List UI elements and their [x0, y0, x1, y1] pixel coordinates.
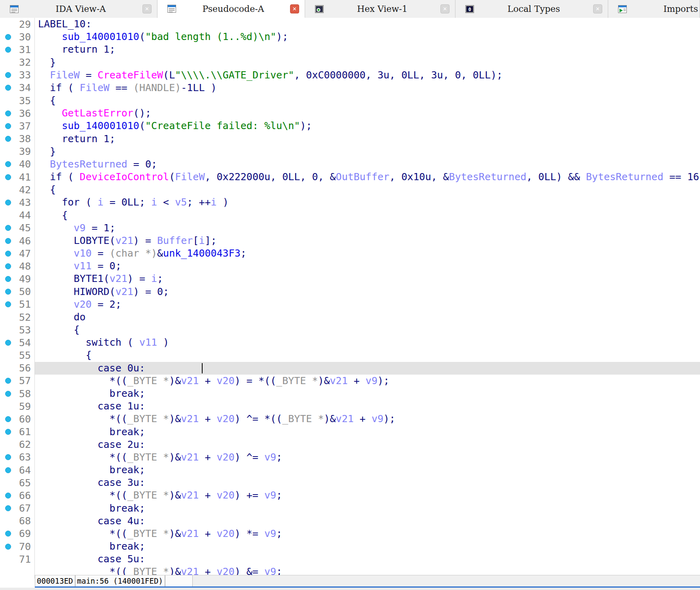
code-line-46[interactable]: 46 LOBYTE(v21) = Buffer[i]; [0, 234, 700, 247]
code-text[interactable]: v10 = (char *)&unk_1400043F3; [34, 247, 700, 260]
code-text[interactable]: } [34, 56, 700, 69]
code-line-39[interactable]: 39 } [0, 145, 700, 158]
code-text[interactable]: BYTE1(v21) = i; [34, 272, 700, 285]
breakpoint-dot-icon[interactable] [5, 340, 11, 346]
code-text[interactable]: { [34, 324, 700, 336]
code-line-40[interactable]: 40 BytesReturned = 0; [0, 158, 700, 171]
code-text[interactable]: *((_BYTE *)&v21 + v20) = *((_BYTE *)&v21… [34, 375, 700, 387]
code-text[interactable]: case 1u: [34, 400, 700, 413]
breakpoint-gutter[interactable] [0, 94, 16, 107]
code-text[interactable]: break; [34, 387, 700, 400]
breakpoint-gutter[interactable] [0, 69, 16, 82]
breakpoint-gutter[interactable] [0, 527, 16, 540]
code-line-55[interactable]: 55 { [0, 349, 700, 362]
breakpoint-gutter[interactable] [0, 375, 16, 387]
code-line-57[interactable]: 57 *((_BYTE *)&v21 + v20) = *((_BYTE *)&… [0, 375, 700, 387]
code-line-71[interactable]: 71 case 5u: [0, 553, 700, 565]
breakpoint-gutter[interactable] [0, 540, 16, 553]
code-line-29[interactable]: 29LABEL_10: [0, 18, 700, 30]
breakpoint-dot-icon[interactable] [5, 110, 11, 116]
code-line-43[interactable]: 43 for ( i = 0LL; i < v5; ++i ) [0, 196, 700, 209]
breakpoint-gutter[interactable] [0, 82, 16, 94]
code-text[interactable]: if ( DeviceIoControl(FileW, 0x222000u, 0… [34, 171, 700, 183]
code-text[interactable]: break; [34, 426, 700, 438]
breakpoint-gutter[interactable] [0, 515, 16, 527]
code-text[interactable]: if ( FileW == (HANDLE)-1LL ) [34, 82, 700, 94]
code-text[interactable]: BytesReturned = 0; [34, 158, 700, 171]
code-text[interactable]: *((_BYTE *)&v21 + v20) += v9; [34, 489, 700, 502]
breakpoint-gutter[interactable] [0, 234, 16, 247]
breakpoint-gutter[interactable] [0, 183, 16, 196]
code-line-68[interactable]: 68 case 4u: [0, 515, 700, 527]
breakpoint-gutter[interactable] [0, 285, 16, 298]
breakpoint-gutter[interactable] [0, 30, 16, 43]
tab-imports[interactable]: Imports [608, 0, 700, 18]
code-text[interactable]: return 1; [34, 133, 700, 145]
breakpoint-dot-icon[interactable] [5, 276, 11, 282]
breakpoint-dot-icon[interactable] [5, 85, 11, 91]
code-text[interactable]: sub_140001010("CreateFile failed: %lu\n"… [34, 120, 700, 132]
breakpoint-gutter[interactable] [0, 311, 16, 324]
breakpoint-dot-icon[interactable] [5, 72, 11, 78]
breakpoint-dot-icon[interactable] [5, 174, 11, 180]
code-line-53[interactable]: 53 { [0, 324, 700, 336]
code-line-62[interactable]: 62 case 2u: [0, 438, 700, 451]
code-text[interactable]: GetLastError(); [34, 107, 700, 120]
code-line-37[interactable]: 37 sub_140001010("CreateFile failed: %lu… [0, 120, 700, 132]
breakpoint-dot-icon[interactable] [5, 238, 11, 244]
code-text[interactable]: FileW = CreateFileW(L"\\\\.\\GATE_Driver… [34, 69, 700, 82]
code-text[interactable]: return 1; [34, 43, 700, 56]
breakpoint-dot-icon[interactable] [5, 251, 11, 257]
breakpoint-dot-icon[interactable] [5, 531, 11, 537]
breakpoint-dot-icon[interactable] [5, 416, 11, 422]
breakpoint-dot-icon[interactable] [5, 301, 11, 307]
close-icon[interactable]: ✕ [440, 4, 450, 13]
code-text[interactable]: *((_BYTE *)&v21 + v20) *= v9; [34, 527, 700, 540]
code-line-63[interactable]: 63 *((_BYTE *)&v21 + v20) ^= v9; [0, 451, 700, 464]
breakpoint-dot-icon[interactable] [5, 34, 11, 40]
code-text[interactable]: case 2u: [34, 438, 700, 451]
breakpoint-gutter[interactable] [0, 336, 16, 349]
tab-pseudocode-a[interactable]: Pseudocode-A✕ [157, 0, 305, 18]
breakpoint-gutter[interactable] [0, 413, 16, 425]
code-line-30[interactable]: 30 sub_140001010("bad length (1..%d)\n")… [0, 30, 700, 43]
code-line-38[interactable]: 38 return 1; [0, 133, 700, 145]
breakpoint-gutter[interactable] [0, 553, 16, 565]
code-text[interactable]: *((_BYTE *)&v21 + v20) ^= *((_BYTE *)&v2… [34, 413, 700, 425]
breakpoint-dot-icon[interactable] [5, 225, 11, 231]
breakpoint-dot-icon[interactable] [5, 429, 11, 435]
breakpoint-gutter[interactable] [0, 247, 16, 260]
breakpoint-gutter[interactable] [0, 56, 16, 69]
breakpoint-dot-icon[interactable] [5, 136, 11, 142]
code-text[interactable]: switch ( v11 ) [34, 336, 700, 349]
breakpoint-gutter[interactable] [0, 349, 16, 362]
breakpoint-gutter[interactable] [0, 120, 16, 132]
code-line-60[interactable]: 60 *((_BYTE *)&v21 + v20) ^= *((_BYTE *)… [0, 413, 700, 425]
breakpoint-gutter[interactable] [0, 387, 16, 400]
breakpoint-gutter[interactable] [0, 298, 16, 311]
code-text[interactable]: { [34, 183, 700, 196]
code-text[interactable]: } [34, 145, 700, 158]
breakpoint-gutter[interactable] [0, 260, 16, 272]
code-line-34[interactable]: 34 if ( FileW == (HANDLE)-1LL ) [0, 82, 700, 94]
code-line-58[interactable]: 58 break; [0, 387, 700, 400]
code-line-42[interactable]: 42 { [0, 183, 700, 196]
code-text[interactable]: break; [34, 464, 700, 476]
breakpoint-gutter[interactable] [0, 196, 16, 209]
code-line-51[interactable]: 51 v20 = 2; [0, 298, 700, 311]
code-text[interactable]: case 0u: [34, 362, 700, 375]
breakpoint-gutter[interactable] [0, 476, 16, 489]
code-text[interactable]: case 4u: [34, 515, 700, 527]
code-line-52[interactable]: 52 do [0, 311, 700, 324]
breakpoint-gutter[interactable] [0, 272, 16, 285]
breakpoint-gutter[interactable] [0, 324, 16, 336]
breakpoint-gutter[interactable] [0, 133, 16, 145]
code-line-48[interactable]: 48 v11 = 0; [0, 260, 700, 272]
breakpoint-dot-icon[interactable] [5, 544, 11, 550]
breakpoint-dot-icon[interactable] [5, 263, 11, 269]
code-line-32[interactable]: 32 } [0, 56, 700, 69]
code-line-56[interactable]: 56 case 0u: [0, 362, 700, 375]
code-line-66[interactable]: 66 *((_BYTE *)&v21 + v20) += v9; [0, 489, 700, 502]
code-line-59[interactable]: 59 case 1u: [0, 400, 700, 413]
code-text[interactable]: { [34, 209, 700, 222]
